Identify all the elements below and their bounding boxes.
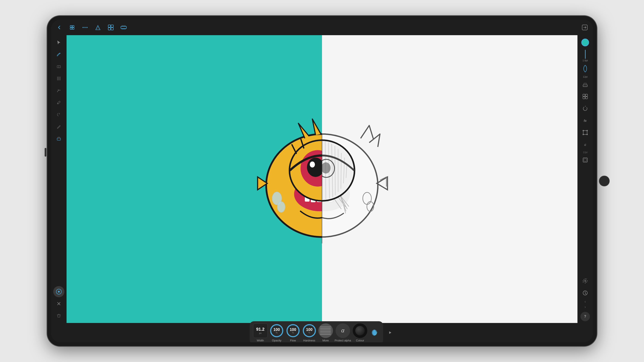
svg-point-5 xyxy=(84,27,86,28)
smudge-tool[interactable] xyxy=(53,85,64,96)
quick-menu-button[interactable] xyxy=(53,286,64,297)
cancel-button[interactable] xyxy=(53,298,64,309)
svg-point-96 xyxy=(582,134,584,135)
protect-alpha-button[interactable]: α xyxy=(336,323,350,338)
gallery-button[interactable] xyxy=(66,22,78,33)
transform-button[interactable] xyxy=(580,127,591,138)
svg-point-82 xyxy=(321,162,330,173)
opacity-ring[interactable]: 100 % xyxy=(270,323,284,338)
next-arrow[interactable]: › xyxy=(584,305,586,309)
width-setting[interactable]: 91.2 px Width xyxy=(253,323,268,342)
svg-point-95 xyxy=(586,130,588,131)
share-button[interactable] xyxy=(579,22,590,33)
help-button[interactable]: ? xyxy=(580,312,590,321)
brush-size-label: 1.6pt xyxy=(582,59,588,62)
svg-point-97 xyxy=(586,134,588,135)
rotate-button[interactable] xyxy=(580,103,591,114)
hardness-label: Hardness xyxy=(303,339,315,342)
hardness-ring[interactable]: 100 % xyxy=(302,323,317,338)
text-button[interactable]: a xyxy=(580,139,591,150)
more-options-button[interactable] xyxy=(80,22,90,33)
svg-point-17 xyxy=(57,77,58,78)
opacity-control[interactable] xyxy=(580,63,591,75)
svg-point-22 xyxy=(60,78,60,79)
nav-arrows: ‹ › xyxy=(584,299,586,309)
svg-rect-1 xyxy=(72,25,74,27)
reference-pen-tool[interactable] xyxy=(53,121,64,132)
svg-point-25 xyxy=(60,79,60,80)
svg-rect-0 xyxy=(70,25,72,27)
opacity-setting[interactable]: 100 % Opacity xyxy=(270,323,284,342)
flow-unit: % xyxy=(290,331,296,334)
svg-rect-12 xyxy=(122,25,126,26)
protect-alpha-label: Protect alpha xyxy=(335,339,351,342)
reference-button[interactable] xyxy=(580,154,591,166)
clone-tool[interactable] xyxy=(53,109,64,120)
opacity-label: Opacity xyxy=(272,339,282,342)
sparkle-button[interactable] xyxy=(580,275,591,287)
device-screen: 1.6pt 12pt xyxy=(51,20,593,342)
color-drop-tool[interactable] xyxy=(53,73,64,84)
more-button[interactable] xyxy=(318,323,333,338)
opacity-value: 100 xyxy=(274,328,280,331)
svg-rect-89 xyxy=(583,94,585,96)
width-control[interactable]: 91.2 px xyxy=(253,323,268,338)
prev-arrow[interactable]: ‹ xyxy=(584,299,586,304)
canvas-artwork xyxy=(236,104,408,254)
svg-rect-9 xyxy=(108,28,110,30)
grid-view-button[interactable] xyxy=(105,22,116,33)
fx-button[interactable]: fx xyxy=(580,115,591,126)
eyedropper-tool[interactable] xyxy=(53,97,64,108)
colour-label: Colour xyxy=(356,339,364,342)
home-button[interactable] xyxy=(599,176,610,186)
back-button[interactable] xyxy=(54,22,65,33)
select-tool[interactable] xyxy=(53,37,64,48)
svg-rect-90 xyxy=(586,94,588,96)
paint-drip-setting[interactable] xyxy=(369,327,380,338)
svg-rect-92 xyxy=(586,97,588,99)
svg-point-48 xyxy=(277,202,285,212)
svg-point-4 xyxy=(83,27,84,28)
text-size-label: 12pt xyxy=(583,151,587,154)
svg-point-26 xyxy=(57,103,58,104)
svg-rect-8 xyxy=(111,25,113,27)
protect-alpha-setting[interactable]: α Protect alpha xyxy=(335,323,351,342)
brush-size-control[interactable] xyxy=(585,50,586,59)
flow-setting[interactable]: 100 % Flow xyxy=(286,323,300,342)
right-sidebar: 1.6pt 12pt xyxy=(578,35,593,323)
history-button[interactable] xyxy=(580,287,591,299)
pen-tool[interactable] xyxy=(53,49,64,60)
bottom-toolbar: 91.2 px Width 100 % xyxy=(51,323,593,342)
brush-settings-panel: 91.2 px Width 100 % xyxy=(250,321,384,343)
colour-setting[interactable]: Colour xyxy=(353,323,367,342)
device-frame: 1.6pt 12pt xyxy=(47,16,597,346)
flow-ring[interactable]: 100 % xyxy=(286,323,300,338)
canvas-area[interactable] xyxy=(66,35,578,323)
svg-rect-93 xyxy=(583,131,587,134)
svg-rect-3 xyxy=(72,28,74,29)
eraser-tool[interactable] xyxy=(53,61,64,72)
layer-select-tool[interactable] xyxy=(53,133,64,144)
top-bar xyxy=(51,20,593,35)
color-selector[interactable] xyxy=(581,39,589,46)
width-label: Width xyxy=(257,339,264,342)
more-setting[interactable]: More xyxy=(318,323,333,342)
layers-button[interactable] xyxy=(580,79,591,90)
hardness-setting[interactable]: 100 % Hardness xyxy=(302,323,317,342)
svg-point-94 xyxy=(582,130,584,131)
stack-button[interactable] xyxy=(118,22,129,33)
colour-button[interactable] xyxy=(353,323,367,338)
paint-drip-button[interactable] xyxy=(369,327,380,338)
hardness-unit: % xyxy=(306,331,312,334)
side-button xyxy=(45,148,46,157)
play-button[interactable] xyxy=(386,328,394,337)
alpha-symbol: α xyxy=(341,327,344,334)
trash-button[interactable] xyxy=(53,310,64,321)
width-unit: px xyxy=(259,332,262,334)
grid-button[interactable] xyxy=(580,91,591,102)
svg-rect-7 xyxy=(108,25,110,27)
svg-rect-13 xyxy=(122,28,126,29)
svg-point-24 xyxy=(58,79,59,80)
svg-rect-86 xyxy=(583,85,587,87)
svg-rect-11 xyxy=(121,26,126,28)
